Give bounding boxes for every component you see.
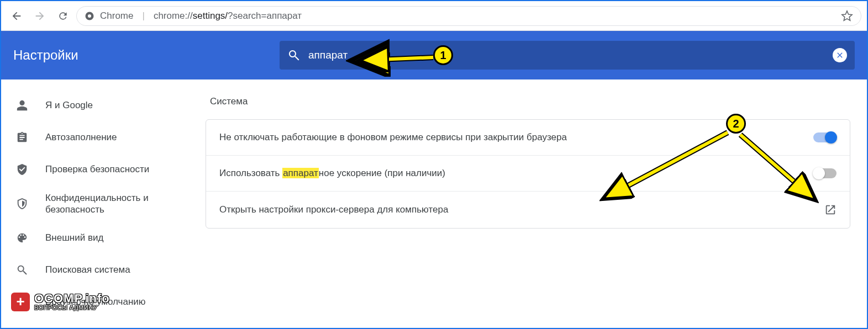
- toggle-background-apps[interactable]: [813, 132, 837, 142]
- arrow-left-icon: [10, 10, 23, 22]
- sidebar-item-label: Конфиденциальность и безопасность: [45, 192, 175, 216]
- back-button[interactable]: [7, 6, 27, 26]
- security-icon: [15, 197, 29, 210]
- setting-label: Использовать аппаратное ускорение (при н…: [219, 168, 813, 179]
- toggle-hardware-acceleration[interactable]: [813, 168, 837, 178]
- forward-button[interactable]: [30, 6, 50, 26]
- sidebar-item-default-browser[interactable]: Браузер по умолчанию: [1, 286, 189, 318]
- person-icon: [15, 99, 29, 112]
- search-icon: [287, 49, 301, 62]
- sidebar-item-autofill[interactable]: Автозаполнение: [1, 121, 189, 153]
- browser-toolbar: Chrome | chrome://settings/?search=аппар…: [1, 1, 867, 31]
- sidebar-item-label: Внешний вид: [45, 232, 103, 243]
- settings-content: Система Не отключать работающие в фоново…: [189, 79, 867, 328]
- star-icon[interactable]: [841, 10, 853, 22]
- assignment-icon: [15, 131, 29, 144]
- sidebar-item-you-and-google[interactable]: Я и Google: [1, 89, 189, 121]
- sidebar-item-privacy[interactable]: Конфиденциальность и безопасность: [1, 185, 189, 222]
- settings-title: Настройки: [13, 47, 267, 63]
- sidebar-item-label: Поисковая система: [45, 264, 130, 275]
- address-bar[interactable]: Chrome | chrome://settings/?search=аппар…: [76, 6, 861, 26]
- omnibox-label: Chrome: [100, 10, 133, 22]
- verified-icon: [15, 163, 29, 176]
- sidebar-item-safety-check[interactable]: Проверка безопасности: [1, 153, 189, 185]
- setting-hardware-acceleration[interactable]: Использовать аппаратное ускорение (при н…: [206, 155, 850, 191]
- browser-icon: [15, 295, 29, 309]
- settings-sidebar: Я и Google Автозаполнение Проверка безоп…: [1, 79, 189, 328]
- sidebar-item-label: Автозаполнение: [45, 131, 117, 143]
- setting-open-proxy[interactable]: Открыть настройки прокси-сервера для ком…: [206, 191, 850, 228]
- search-highlight: аппарат: [282, 168, 319, 178]
- sidebar-item-label: Браузер по умолчанию: [45, 296, 146, 307]
- setting-background-apps[interactable]: Не отключать работающие в фоновом режиме…: [206, 120, 850, 155]
- sidebar-item-search-engine[interactable]: Поисковая система: [1, 254, 189, 286]
- reload-button[interactable]: [53, 6, 73, 26]
- clear-search-button[interactable]: [833, 48, 847, 62]
- site-chrome-icon: [85, 11, 94, 21]
- search-input-text[interactable]: аппарат: [308, 49, 825, 61]
- arrow-right-icon: [34, 10, 46, 22]
- palette-icon: [15, 231, 29, 245]
- reload-icon: [57, 10, 69, 22]
- search-icon: [15, 263, 29, 277]
- section-title-system: Система: [210, 96, 850, 107]
- sidebar-item-appearance[interactable]: Внешний вид: [1, 222, 189, 254]
- open-external-icon: [824, 204, 837, 216]
- setting-label: Открыть настройки прокси-сервера для ком…: [219, 204, 824, 215]
- settings-header: Настройки аппарат: [1, 31, 867, 79]
- setting-label: Не отключать работающие в фоновом режиме…: [219, 132, 813, 143]
- svg-point-1: [88, 14, 91, 18]
- system-settings-card: Не отключать работающие в фоновом режиме…: [206, 119, 850, 229]
- settings-search[interactable]: аппарат: [280, 41, 855, 70]
- sidebar-item-label: Проверка безопасности: [45, 163, 149, 175]
- close-icon: [835, 51, 844, 60]
- sidebar-item-label: Я и Google: [45, 99, 93, 111]
